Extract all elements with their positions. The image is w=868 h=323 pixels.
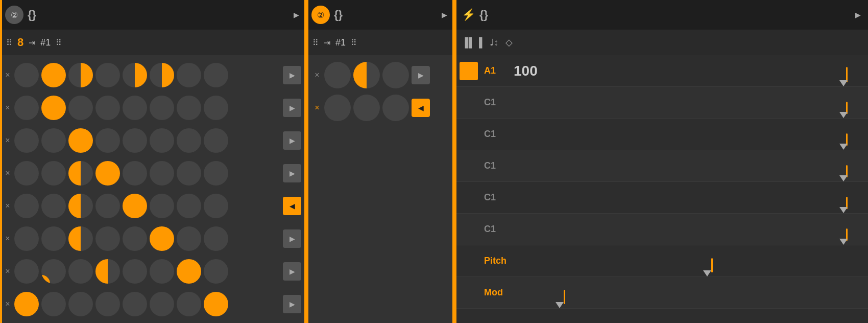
grid-icon-middle[interactable]: ⠿	[351, 38, 357, 48]
mid-step-dot[interactable]	[353, 62, 380, 88]
step-dot[interactable]	[123, 161, 147, 186]
row-arrow-4[interactable]: ▶	[283, 164, 301, 182]
row-arrow-8[interactable]: ▶	[283, 295, 301, 313]
step-dot[interactable]	[150, 63, 174, 87]
step-dot[interactable]	[150, 259, 174, 284]
diamond-icon[interactable]: ◇	[505, 37, 513, 48]
step-dot[interactable]	[204, 161, 228, 186]
code-brace-right[interactable]: {}	[479, 8, 488, 21]
note-slider-pitch[interactable]	[560, 245, 863, 276]
row-arrow-7[interactable]: ▶	[283, 262, 301, 281]
step-dot[interactable]	[177, 96, 201, 120]
step-dot[interactable]	[150, 292, 174, 316]
dots-icon-left[interactable]: ⠿	[6, 38, 12, 48]
dots-icon-middle[interactable]: ⠿	[312, 38, 319, 48]
step-dot[interactable]	[14, 96, 39, 120]
step-dot[interactable]	[68, 63, 93, 87]
row-arrow-1[interactable]: ▶	[283, 66, 301, 84]
note-icon[interactable]: ♩↕	[490, 37, 498, 48]
bars-icon[interactable]: ▐▌▐	[462, 37, 483, 48]
step-dot[interactable]	[14, 128, 39, 153]
mid-step-dot[interactable]	[382, 62, 409, 88]
step-dot[interactable]	[14, 259, 39, 284]
step-dot[interactable]	[123, 128, 147, 153]
step-dot[interactable]	[95, 194, 120, 218]
row-mute-7[interactable]: ×	[3, 267, 12, 276]
step-dot[interactable]	[14, 292, 39, 316]
step-dot[interactable]	[123, 292, 147, 316]
mid-step-dot[interactable]	[324, 62, 351, 88]
arrow-right-icon-middle[interactable]: ⇥	[324, 38, 330, 48]
step-dot[interactable]	[95, 96, 120, 120]
loop-icon[interactable]: ②	[5, 6, 23, 24]
slider-handle[interactable]	[839, 175, 848, 181]
mid-row-arrow-2[interactable]: ◀	[412, 99, 430, 117]
note-slider-c1-5[interactable]	[560, 214, 863, 245]
step-dot[interactable]	[177, 63, 201, 87]
row-mute-8[interactable]: ×	[3, 299, 12, 309]
step-dot[interactable]	[204, 63, 228, 87]
grid-icon-left[interactable]: ⠿	[56, 38, 62, 48]
note-slider-c1-1[interactable]	[560, 87, 863, 118]
note-slider-c1-2[interactable]	[560, 119, 863, 150]
mid-step-dot[interactable]	[324, 95, 351, 121]
step-dot[interactable]	[95, 63, 120, 87]
step-dot[interactable]	[68, 128, 93, 153]
note-slider-c1-4[interactable]	[560, 182, 863, 213]
step-dot[interactable]	[177, 292, 201, 316]
step-dot[interactable]	[204, 194, 228, 218]
step-dot[interactable]	[204, 259, 228, 284]
loop-icon-middle[interactable]: ②	[311, 6, 330, 24]
note-slider-mod[interactable]	[560, 277, 863, 308]
play-button-right[interactable]: ▶	[855, 11, 861, 19]
mid-row-mute-2[interactable]: ×	[312, 103, 322, 112]
slider-handle[interactable]	[703, 270, 711, 276]
step-dot[interactable]	[123, 259, 147, 284]
step-dot[interactable]	[150, 96, 174, 120]
slider-handle[interactable]	[839, 239, 848, 245]
slider-handle[interactable]	[839, 112, 848, 118]
step-dot[interactable]	[41, 161, 66, 186]
mid-row-arrow-1[interactable]: ▶	[412, 66, 430, 84]
step-dot[interactable]	[41, 128, 66, 153]
step-dot[interactable]	[204, 128, 228, 153]
step-dot[interactable]	[95, 292, 120, 316]
step-dot[interactable]	[95, 161, 120, 186]
step-dot[interactable]	[68, 96, 93, 120]
note-slider-a1[interactable]	[560, 55, 863, 86]
step-dot[interactable]	[95, 226, 120, 251]
row-mute-6[interactable]: ×	[3, 234, 12, 243]
mid-step-dot[interactable]	[382, 95, 409, 121]
step-dot[interactable]	[14, 63, 39, 87]
step-dot[interactable]	[68, 292, 93, 316]
step-dot[interactable]	[204, 292, 228, 316]
step-dot[interactable]	[68, 194, 93, 218]
step-dot[interactable]	[177, 161, 201, 186]
step-dot[interactable]	[204, 96, 228, 120]
bolt-icon[interactable]: ⚡	[462, 8, 475, 21]
step-dot[interactable]	[123, 194, 147, 218]
step-dot[interactable]	[68, 161, 93, 186]
step-dot[interactable]	[177, 226, 201, 251]
row-arrow-2[interactable]: ▶	[283, 99, 301, 117]
step-dot[interactable]	[14, 226, 39, 251]
step-dot[interactable]	[177, 128, 201, 153]
step-dot[interactable]	[41, 259, 66, 284]
arrow-right-icon-left[interactable]: ⇥	[29, 38, 35, 48]
step-dot[interactable]	[68, 226, 93, 251]
code-brace-left[interactable]: {}	[28, 8, 36, 21]
step-dot[interactable]	[14, 161, 39, 186]
play-button-middle[interactable]: ▶	[442, 11, 447, 19]
step-dot[interactable]	[177, 194, 201, 218]
row-arrow-5[interactable]: ◀	[283, 197, 301, 215]
play-button-left[interactable]: ▶	[294, 11, 299, 19]
step-dot[interactable]	[150, 161, 174, 186]
step-dot[interactable]	[150, 194, 174, 218]
step-dot[interactable]	[95, 128, 120, 153]
note-slider-c1-3[interactable]	[560, 150, 863, 181]
step-dot[interactable]	[204, 226, 228, 251]
mid-row-mute-1[interactable]: ×	[312, 71, 322, 80]
step-dot[interactable]	[41, 63, 66, 87]
step-dot[interactable]	[68, 259, 93, 284]
step-dot[interactable]	[150, 128, 174, 153]
